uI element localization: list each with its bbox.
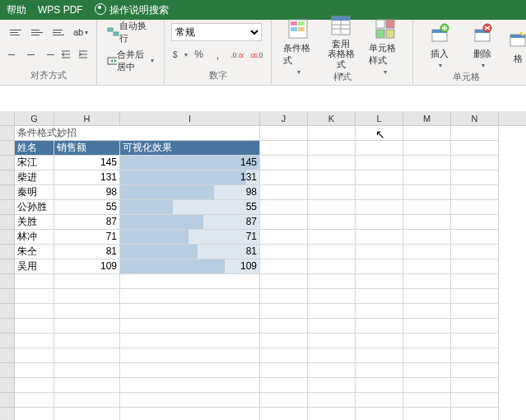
svg-rect-21 <box>376 30 384 38</box>
merge-icon <box>107 55 117 67</box>
svg-rect-22 <box>386 30 394 38</box>
orientation-button[interactable]: ab▾ <box>71 23 89 41</box>
svg-rect-20 <box>386 20 394 28</box>
indent-increase-button[interactable] <box>76 45 90 63</box>
table-row[interactable]: 林冲7171 <box>15 230 526 245</box>
accounting-format-button[interactable]: $▾ <box>171 45 189 63</box>
col-header-K[interactable]: K <box>308 111 356 125</box>
col-header-I[interactable]: I <box>120 111 260 125</box>
table-row[interactable]: 公孙胜5555 <box>15 200 526 215</box>
title-cell[interactable]: 条件格式妙招 <box>15 126 260 141</box>
table-row[interactable]: 宋江145145 <box>15 156 526 170</box>
wrap-icon <box>107 26 119 38</box>
menu-wps-pdf[interactable]: WPS PDF <box>38 4 83 16</box>
align-middle-button[interactable] <box>28 23 46 41</box>
styles-group-label: 样式 <box>278 69 406 83</box>
table-row[interactable]: 关胜8787 <box>15 215 526 230</box>
col-header-M[interactable]: M <box>403 111 451 125</box>
svg-rect-10 <box>291 21 297 26</box>
svg-rect-1 <box>108 28 113 31</box>
svg-rect-12 <box>291 27 297 31</box>
number-format-select[interactable]: 常规 <box>171 23 262 41</box>
comma-button[interactable]: , <box>209 45 226 63</box>
align-top-button[interactable] <box>7 23 25 41</box>
column-headers: G H I J K L M N <box>0 111 526 126</box>
header-viz[interactable]: 可视化效果 <box>120 141 260 156</box>
svg-rect-19 <box>376 20 384 28</box>
format-button[interactable]: 格 <box>505 26 526 67</box>
col-header-N[interactable]: N <box>451 111 499 125</box>
header-sales[interactable]: 销售额 <box>54 141 120 156</box>
number-group-label: 数字 <box>171 68 264 82</box>
menu-tell-me[interactable]: 操作说明搜索 <box>95 3 169 17</box>
align-left-button[interactable] <box>7 45 21 63</box>
align-bottom-button[interactable] <box>49 23 67 41</box>
table-row[interactable]: 秦明9898 <box>15 185 526 200</box>
header-name[interactable]: 姓名 <box>15 141 54 156</box>
svg-text:.00: .00 <box>237 53 244 58</box>
svg-rect-15 <box>332 16 350 21</box>
col-header-H[interactable]: H <box>54 111 120 125</box>
svg-text:.0: .0 <box>230 51 237 59</box>
delete-button[interactable]: 删除▾ <box>463 21 502 71</box>
align-center-button[interactable] <box>24 45 38 63</box>
col-header-G[interactable]: G <box>15 111 54 125</box>
bulb-icon <box>95 3 106 15</box>
svg-text:.0: .0 <box>257 51 263 59</box>
table-row[interactable]: 吴用109109 <box>15 259 526 274</box>
wrap-text-button[interactable]: 自动换行 <box>104 23 157 41</box>
svg-rect-2 <box>114 32 119 35</box>
cell-styles-button[interactable]: 单元格样式▾ <box>364 16 406 77</box>
increase-decimal-button[interactable]: .0.00 <box>228 45 245 63</box>
insert-button[interactable]: 插入▾ <box>420 21 459 71</box>
merge-center-button[interactable]: 合并后居中▾ <box>104 52 157 70</box>
percent-button[interactable]: % <box>190 45 207 63</box>
col-header-L[interactable]: L <box>356 111 403 125</box>
svg-text:ab: ab <box>73 27 83 37</box>
col-header-J[interactable]: J <box>260 111 308 125</box>
svg-text:$: $ <box>173 50 178 59</box>
indent-decrease-button[interactable] <box>58 45 72 63</box>
alignment-group-label: 对齐方式 <box>7 68 90 82</box>
cells-group-label: 单元格 <box>420 69 512 83</box>
table-row[interactable]: 朱仝8181 <box>15 245 526 259</box>
table-row[interactable]: 柴进131131 <box>15 170 526 185</box>
cell-area[interactable]: 条件格式妙招姓名销售额可视化效果宋江145145柴进131131秦明9898公孙… <box>15 126 526 420</box>
menu-help[interactable]: 帮助 <box>7 3 26 17</box>
decrease-decimal-button[interactable]: .00.0 <box>247 45 264 63</box>
align-right-button[interactable] <box>41 45 55 63</box>
svg-rect-13 <box>298 27 305 31</box>
svg-rect-11 <box>298 21 305 26</box>
row-headers <box>0 126 15 420</box>
conditional-formatting-button[interactable]: 条件格式▾ <box>278 16 318 77</box>
